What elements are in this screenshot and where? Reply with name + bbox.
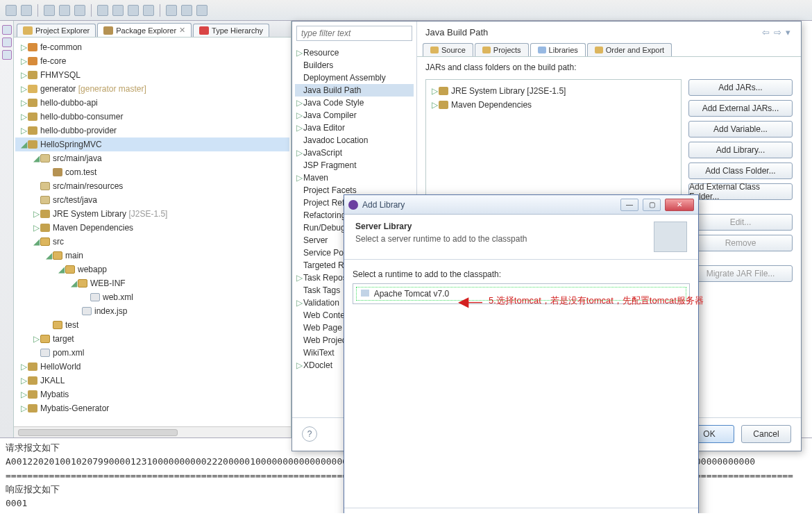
tab-projects[interactable]: Projects	[475, 43, 529, 56]
tab-label: Project Explorer	[35, 26, 90, 35]
toolbar-btn[interactable]	[6, 5, 17, 16]
tab-order-export[interactable]: Order and Export	[587, 43, 672, 56]
annotation-text: 5.选择tomcat，若是没有tomcat，先配置tomcat服务器	[489, 294, 704, 307]
toolbar-btn[interactable]	[112, 5, 124, 16]
tree-node[interactable]: ▷JRE System Library [J2SE-1.5]	[15, 207, 289, 221]
tree-node[interactable]: ◢main	[15, 249, 289, 262]
tree-node[interactable]: ▷target	[15, 332, 289, 346]
remove-button: Remove	[688, 235, 793, 251]
add-class-folder-button[interactable]: Add Class Folder...	[688, 162, 793, 179]
add-external-class-folder-button[interactable]: Add External Class Folder...	[688, 183, 793, 200]
xml-icon	[90, 293, 100, 301]
src-folder-icon	[40, 196, 50, 204]
tree-node[interactable]: ▷Mybatis	[15, 388, 289, 401]
tree-node[interactable]: pom.xml	[15, 346, 289, 360]
library-icon	[439, 87, 448, 95]
project-icon	[28, 362, 37, 371]
tree-node-selected[interactable]: ◢HelloSpringMVC	[15, 138, 289, 151]
project-icon	[28, 71, 37, 79]
minimize-button[interactable]: —	[620, 199, 638, 211]
tree-node[interactable]: src/test/java	[15, 193, 289, 207]
tree-node[interactable]: ▷JKALL	[15, 374, 289, 388]
add-external-jars-button[interactable]: Add External JARs...	[688, 100, 793, 117]
toolbar-btn[interactable]	[143, 5, 154, 16]
package-icon	[53, 168, 62, 176]
wizard-subtitle: Select a server runtime to add to the cl…	[355, 234, 527, 244]
tab-package-explorer[interactable]: Package Explorer ✕	[97, 23, 192, 37]
folder-icon	[53, 321, 62, 329]
tab-type-hierarchy[interactable]: Type Hierarchy	[193, 24, 269, 37]
tree-node[interactable]: ▷generator [generator master]	[15, 82, 289, 96]
tree-node[interactable]: index.jsp	[15, 304, 289, 318]
tab-label: Package Explorer	[116, 26, 176, 35]
folder-icon	[65, 265, 75, 274]
toolbar-btn[interactable]	[44, 5, 55, 16]
close-button[interactable]: ✕	[665, 199, 694, 211]
toolbar-btn[interactable]	[128, 5, 139, 16]
project-icon	[28, 126, 37, 135]
tab-libraries[interactable]: Libraries	[530, 43, 586, 56]
tree-node[interactable]: web.xml	[15, 290, 289, 304]
cancel-button[interactable]: Cancel	[741, 425, 791, 443]
tree-node[interactable]: ▷fe-core	[15, 54, 289, 68]
edit-button: Edit...	[688, 214, 793, 231]
tree-node[interactable]: ◢WEB-INF	[15, 276, 289, 290]
tree-node[interactable]: ▷HelloWorld	[15, 360, 289, 374]
tree-node[interactable]: ▷Maven Dependencies	[15, 221, 289, 235]
tree-node[interactable]: ▷FHMYSQL	[15, 68, 289, 82]
back-arrow-icon[interactable]: ⇦	[760, 27, 772, 38]
project-icon	[28, 112, 37, 121]
forward-arrow-icon[interactable]: ⇨	[772, 27, 784, 38]
folder-icon	[40, 238, 50, 246]
tab-project-explorer[interactable]: Project Explorer	[17, 24, 96, 37]
help-icon[interactable]: ?	[302, 426, 317, 442]
maximize-button[interactable]: ▢	[643, 199, 661, 211]
toolbar-btn[interactable]	[74, 5, 85, 16]
add-jars-button[interactable]: Add JARs...	[688, 79, 793, 96]
filter-input[interactable]	[296, 26, 412, 41]
wizard-heading: Server Library	[355, 222, 527, 231]
dropdown-icon[interactable]: ▾	[784, 27, 793, 38]
toolbar-btn[interactable]	[21, 5, 32, 16]
close-icon[interactable]: ✕	[179, 26, 185, 35]
src-folder-icon	[40, 182, 50, 190]
tree-node[interactable]: ◢src	[15, 235, 289, 249]
project-icon	[28, 85, 37, 93]
folder-icon	[78, 279, 87, 288]
tree-node[interactable]: ▷hello-dubbo-provider	[15, 124, 289, 138]
toolbar-btn[interactable]	[196, 5, 208, 16]
package-tree[interactable]: ▷fe-common ▷fe-core ▷FHMYSQL ▷generator …	[14, 38, 291, 426]
package-icon	[103, 26, 113, 35]
tab-source[interactable]: Source	[423, 43, 473, 56]
horizontal-scrollbar[interactable]	[14, 426, 291, 438]
add-variable-button[interactable]: Add Variable...	[688, 121, 793, 138]
folder-icon	[23, 26, 33, 35]
wizard-image	[654, 222, 687, 252]
tree-node[interactable]: src/main/resources	[15, 179, 289, 193]
tree-node[interactable]: com.test	[15, 165, 289, 179]
tree-node[interactable]: ▷hello-dubbo-consumer	[15, 110, 289, 124]
tree-node[interactable]: ◢webapp	[15, 262, 289, 276]
tab-label: Type Hierarchy	[212, 26, 263, 35]
project-icon	[28, 99, 37, 107]
dialog-title: Add Library	[362, 200, 616, 210]
project-icon	[28, 390, 37, 399]
toolbar-btn[interactable]	[166, 5, 177, 16]
tree-node[interactable]: test	[15, 318, 289, 332]
add-library-button[interactable]: Add Library...	[688, 142, 793, 158]
eclipse-icon	[348, 200, 358, 210]
perspective-btn[interactable]	[2, 25, 12, 35]
toolbar-btn[interactable]	[59, 5, 70, 16]
project-icon	[28, 57, 37, 65]
tree-node[interactable]: ◢src/main/java	[15, 151, 289, 165]
perspective-btn[interactable]	[2, 38, 12, 47]
tree-node[interactable]: ▷fe-common	[15, 40, 289, 54]
toolbar-btn[interactable]	[181, 5, 192, 16]
explorer-view: Project Explorer Package Explorer ✕ Type…	[14, 21, 291, 438]
perspective-btn[interactable]	[2, 50, 12, 60]
toolbar-btn[interactable]	[97, 5, 108, 16]
tree-node[interactable]: ▷Mybatis-Generator	[15, 401, 289, 415]
tree-node[interactable]: ▷hello-dubbo-api	[15, 96, 289, 110]
perspective-bar	[0, 21, 14, 438]
project-icon	[28, 404, 37, 412]
